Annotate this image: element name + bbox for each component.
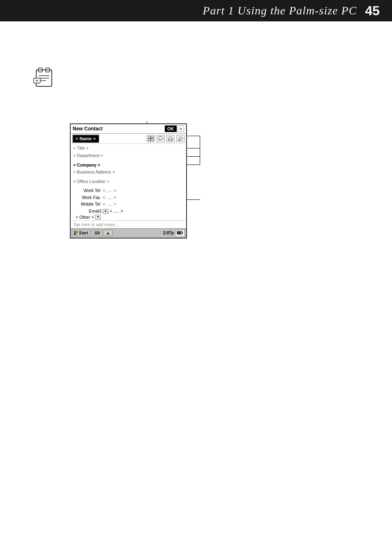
other-row: < Other > ▼: [73, 215, 184, 220]
business-address-field[interactable]: < Business Address >: [73, 169, 184, 176]
title-bar-buttons: OK ×: [165, 125, 184, 132]
header-bar: Part 1 Using the Palm-size PC 45: [0, 0, 392, 21]
header-title: Part 1 Using the Palm-size PC: [203, 4, 357, 17]
notes-row[interactable]: Tap here to add notes...: [71, 220, 186, 228]
svg-rect-19: [74, 233, 76, 235]
tip-icon-area: [33, 66, 58, 90]
office-location-field[interactable]: < Office Location >: [73, 178, 184, 185]
battery-svg: [177, 230, 183, 235]
chat-icon[interactable]: [157, 135, 165, 142]
battery-icon[interactable]: [175, 229, 185, 237]
work-fax-row: Work Fax < ..... >: [73, 194, 184, 201]
ok-button[interactable]: OK: [165, 125, 177, 132]
window-title: New Contact: [73, 126, 103, 132]
work-tel-value[interactable]: < ..... >: [103, 187, 116, 194]
page-number: 45: [365, 3, 380, 19]
mobile-tel-label: Mobile Tel: [73, 201, 103, 208]
start-icon: [74, 231, 78, 235]
svg-marker-15: [178, 137, 182, 140]
tip-icon: [33, 66, 58, 88]
start-button[interactable]: Start: [72, 230, 90, 236]
home-icon[interactable]: [166, 135, 175, 142]
email-row: Email1 ▼ < ..... >: [73, 208, 184, 215]
email-label: Email1: [73, 208, 103, 215]
work-tel-row: Work Tel < ..... >: [73, 187, 184, 194]
keyboard-toggle[interactable]: ▲: [104, 230, 113, 236]
toolbar-icons: [147, 135, 184, 142]
svg-point-12: [158, 137, 163, 140]
toolbar-row: < Name >: [71, 134, 186, 144]
close-button[interactable]: ×: [178, 125, 184, 132]
svg-marker-14: [168, 137, 173, 141]
title-field[interactable]: < Title >: [73, 145, 184, 152]
other-label[interactable]: < Other >: [76, 215, 94, 220]
svg-rect-10: [148, 139, 150, 141]
contact-fields: < Title > < Department > < Company > < B…: [71, 144, 186, 186]
mobile-tel-row: Mobile Tel < ..... >: [73, 201, 184, 208]
svg-rect-17: [74, 231, 76, 233]
start-label: Start: [79, 231, 88, 235]
erase-icon[interactable]: [176, 135, 184, 142]
svg-rect-20: [76, 233, 78, 235]
work-fax-value[interactable]: < ..... >: [103, 194, 116, 201]
svg-rect-11: [151, 139, 153, 141]
taskbar: Start ⌨ ▲ 2:07p: [71, 228, 186, 238]
svg-rect-9: [151, 136, 153, 138]
company-field[interactable]: < Company >: [73, 162, 184, 169]
svg-rect-8: [148, 136, 150, 138]
work-tel-label: Work Tel: [73, 187, 103, 194]
email-dropdown[interactable]: ▼: [103, 209, 108, 214]
department-field[interactable]: < Department >: [73, 152, 184, 160]
svg-rect-23: [177, 232, 181, 234]
mobile-tel-value[interactable]: < ..... >: [103, 201, 116, 208]
svg-rect-22: [182, 232, 183, 234]
title-bar: New Contact OK ×: [71, 124, 186, 134]
name-button[interactable]: < Name >: [72, 134, 99, 143]
annotation-line-vert: [200, 136, 200, 165]
other-dropdown[interactable]: ▼: [95, 215, 101, 220]
work-fax-label: Work Fax: [73, 194, 103, 201]
email-value[interactable]: < ..... >: [110, 208, 123, 215]
device-window: New Contact OK × < Name >: [70, 123, 187, 239]
svg-point-7: [36, 80, 38, 81]
keyboard-button[interactable]: ⌨: [92, 230, 102, 236]
notes-placeholder: Tap here to add notes...: [73, 222, 119, 227]
tel-section: Work Tel < ..... > Work Fax < ..... > Mo…: [71, 186, 186, 220]
grid-icon[interactable]: [147, 135, 155, 142]
taskbar-time: 2:07p: [163, 231, 174, 235]
svg-rect-18: [76, 231, 78, 233]
